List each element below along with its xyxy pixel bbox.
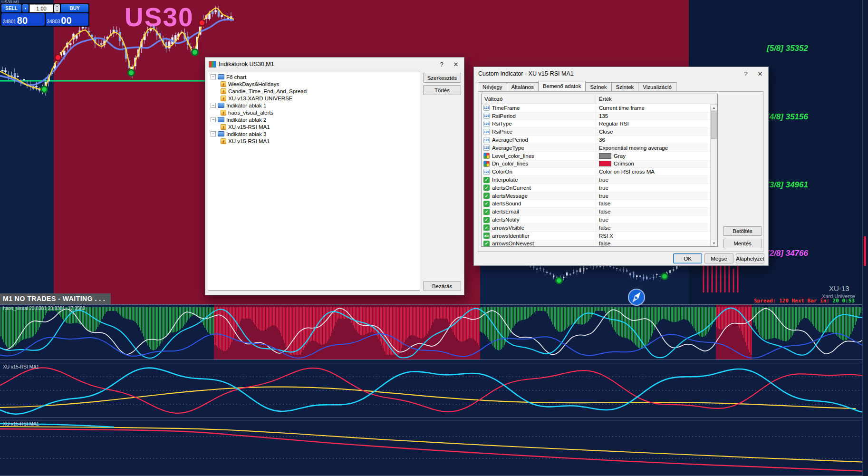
reset-button[interactable]: Alaphelyzet: [736, 253, 764, 263]
tree-indicator-item[interactable]: ƒWeekDays&Holidays: [208, 80, 420, 87]
param-row[interactable]: ✓arrowsVisiblefalse: [482, 224, 710, 232]
indicators-dialog-icon: [209, 61, 216, 68]
param-row[interactable]: 123TimeFrameCurrent time frame: [482, 104, 710, 112]
tree-node[interactable]: −Indikátor ablak 2: [208, 116, 420, 123]
string-param-icon: ab: [483, 233, 490, 239]
param-row[interactable]: 123AveragePeriod36: [482, 136, 710, 144]
sell-button[interactable]: SELL: [1, 4, 21, 12]
tree-indicator-item[interactable]: ƒCandle_Time_End_And_Spread: [208, 87, 420, 95]
close-icon[interactable]: ✕: [449, 59, 463, 69]
price-marker: [864, 236, 866, 266]
dialog-title: Custom Indicator - XU v15-RSI MA1: [478, 70, 739, 77]
param-row[interactable]: ✓Interpolatetrue: [482, 176, 710, 184]
bid-price[interactable]: 34801 80: [1, 13, 45, 26]
tree-node[interactable]: −Indikátor ablak 1: [208, 102, 420, 109]
param-row[interactable]: ✓alertsNotifytrue: [482, 216, 710, 224]
chart-window-icon: [218, 131, 224, 136]
param-value[interactable]: Exponential moving average: [596, 145, 710, 151]
param-row[interactable]: 123RsiPriceClose: [482, 128, 710, 136]
param-row[interactable]: 123RsiTypeRegular RSI: [482, 120, 710, 128]
param-name: AverageType: [492, 145, 524, 151]
spin-up-icon[interactable]: ▲: [54, 4, 60, 9]
indicator-subwindow-2[interactable]: XU v15-RSI MA1: [0, 363, 868, 418]
scrollbar-thumb[interactable]: [711, 111, 717, 139]
help-icon[interactable]: ?: [739, 68, 753, 79]
tab-szintek[interactable]: Szintek: [611, 82, 639, 91]
param-row[interactable]: Dn_color_linesCrimson: [482, 160, 710, 168]
param-row[interactable]: 123RsiPeriod135: [482, 112, 710, 120]
tab-bemen-adatok[interactable]: Bemenő adatok: [538, 81, 586, 91]
price-scale-strip[interactable]: [862, 0, 868, 476]
tree-indicator-item[interactable]: ƒXU v13-XARD UNIVERSE: [208, 95, 420, 102]
table-scrollbar[interactable]: ▲ ▼: [710, 104, 717, 246]
param-name: RsiPrice: [492, 129, 512, 135]
param-value[interactable]: false: [596, 201, 710, 206]
param-value[interactable]: Close: [596, 129, 710, 135]
dialog-titlebar[interactable]: Custom Indicator - XU v15-RSI MA1 ? ✕: [474, 67, 768, 80]
param-value[interactable]: true: [596, 177, 710, 183]
ask-price-pips: 00: [61, 16, 71, 25]
param-value[interactable]: Regular RSI: [596, 121, 710, 126]
indicator-subwindow-1[interactable]: haos_visual 23.8381 23.8381 -17.3583: [0, 304, 868, 360]
tree-indicator-item[interactable]: ƒhaos_visual_alerts: [208, 109, 420, 116]
expander-icon[interactable]: −: [211, 74, 216, 79]
param-value[interactable]: RSI X: [596, 233, 710, 239]
expander-icon[interactable]: −: [211, 117, 216, 122]
param-value[interactable]: 135: [596, 113, 710, 119]
save-button[interactable]: Mentés: [723, 239, 762, 248]
expander-icon[interactable]: −: [211, 131, 216, 136]
param-value[interactable]: Gray: [596, 153, 710, 159]
edit-button[interactable]: Szerkesztés: [423, 73, 461, 83]
tab-sz-nek[interactable]: Színek: [585, 82, 611, 91]
param-value[interactable]: Crimson: [596, 161, 710, 166]
param-value[interactable]: true: [596, 185, 710, 191]
param-value[interactable]: false: [596, 209, 710, 214]
param-row[interactable]: ✓alertsOnCurrenttrue: [482, 184, 710, 192]
scroll-up-icon[interactable]: ▲: [711, 104, 717, 111]
param-value[interactable]: Color on RSI cross MA: [596, 169, 710, 175]
help-icon[interactable]: ?: [434, 59, 449, 69]
spin-down-icon[interactable]: ▼: [54, 9, 60, 13]
load-button[interactable]: Betöltés: [723, 226, 762, 236]
param-value[interactable]: true: [596, 193, 710, 199]
param-row[interactable]: abarrowsIdentifierRSI X: [482, 232, 710, 240]
param-row[interactable]: ✓alertsSoundfalse: [482, 200, 710, 208]
price-level-label: [2/8] 34766: [767, 249, 808, 258]
indicator-tree[interactable]: −Fő chartƒWeekDays&HolidaysƒCandle_Time_…: [208, 72, 420, 291]
param-row[interactable]: ✓arrowsOnNewestfalse: [482, 240, 710, 246]
ok-button[interactable]: OK: [673, 253, 702, 263]
tab-n-vjegy[interactable]: Névjegy: [478, 82, 507, 91]
param-value[interactable]: false: [596, 241, 710, 246]
buy-button[interactable]: BUY: [61, 4, 88, 12]
volume-stepper[interactable]: ▲ ▼: [54, 4, 60, 12]
ask-price[interactable]: 34803 00: [46, 13, 89, 26]
param-row[interactable]: Level_color_linesGray: [482, 152, 710, 160]
param-row[interactable]: ✓alertsMessagetrue: [482, 192, 710, 200]
tree-node[interactable]: −Fő chart: [208, 73, 420, 80]
close-icon[interactable]: ✕: [753, 68, 767, 79]
numeric-param-icon: 123: [483, 121, 490, 127]
expander-icon[interactable]: −: [211, 103, 216, 108]
indicator-subwindow-3[interactable]: XU v15-RSI MA1: [0, 420, 868, 476]
param-value[interactable]: true: [596, 217, 710, 223]
indicator-name-label: XU v13-XARD UNIVERSE: [228, 96, 292, 101]
tab--ltal-nos[interactable]: Általános: [507, 82, 539, 91]
tree-indicator-item[interactable]: ƒXU v15-RSI MA1: [208, 123, 420, 130]
scroll-down-icon[interactable]: ▼: [711, 240, 717, 246]
tab-vizualiz-ci-[interactable]: Vizualizáció: [638, 82, 676, 91]
param-value[interactable]: false: [596, 225, 710, 231]
param-row[interactable]: 123AverageTypeExponential moving average: [482, 144, 710, 152]
dialog-titlebar[interactable]: Indikátorok US30,M1 ? ✕: [205, 58, 464, 71]
indicator-brand-name: XU-13: [829, 284, 849, 292]
close-button[interactable]: Bezárás: [423, 281, 461, 291]
param-row[interactable]: ✓alertsEmailfalse: [482, 208, 710, 216]
param-value[interactable]: 36: [596, 137, 710, 143]
cancel-button[interactable]: Mégse: [704, 253, 733, 263]
param-row[interactable]: 123ColorOnColor on RSI cross MA: [482, 168, 710, 176]
param-value[interactable]: Current time frame: [596, 105, 710, 111]
delete-button[interactable]: Törlés: [423, 85, 461, 95]
volume-input[interactable]: [29, 4, 53, 12]
tree-indicator-item[interactable]: ƒXU v15-RSI MA1: [208, 137, 420, 145]
chevron-down-icon[interactable]: ▼: [22, 4, 29, 12]
tree-node[interactable]: −Indikátor ablak 3: [208, 130, 420, 137]
